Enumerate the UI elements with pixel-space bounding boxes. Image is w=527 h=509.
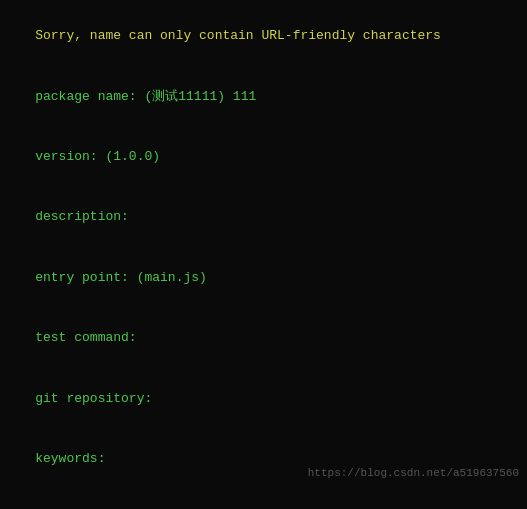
keywords-line: keywords: [4, 429, 523, 489]
test-command-text: test command: [35, 330, 136, 345]
error-text: Sorry, name can only contain URL-friendl… [35, 28, 441, 43]
description-line: description: [4, 187, 523, 247]
author-line: author: [4, 489, 523, 509]
entry-point-text: entry point: (main.js) [35, 270, 207, 285]
entry-point-line: entry point: (main.js) [4, 248, 523, 308]
keywords-text: keywords: [35, 451, 105, 466]
version-line: version: (1.0.0) [4, 127, 523, 187]
error-message-line: Sorry, name can only contain URL-friendl… [4, 6, 523, 66]
test-command-line: test command: [4, 308, 523, 368]
watermark-text: https://blog.csdn.net/a519637560 [308, 467, 519, 479]
package-name-line: package name: (测试11111) 111 [4, 66, 523, 126]
terminal-window: Sorry, name can only contain URL-friendl… [0, 0, 527, 509]
description-text: description: [35, 209, 129, 224]
git-repo-line: git repository: [4, 369, 523, 429]
version-text: version: (1.0.0) [35, 149, 160, 164]
package-name-text: package name: (测试11111) 111 [35, 89, 256, 104]
git-repo-text: git repository: [35, 391, 152, 406]
watermark: https://blog.csdn.net/a519637560 [308, 467, 519, 479]
